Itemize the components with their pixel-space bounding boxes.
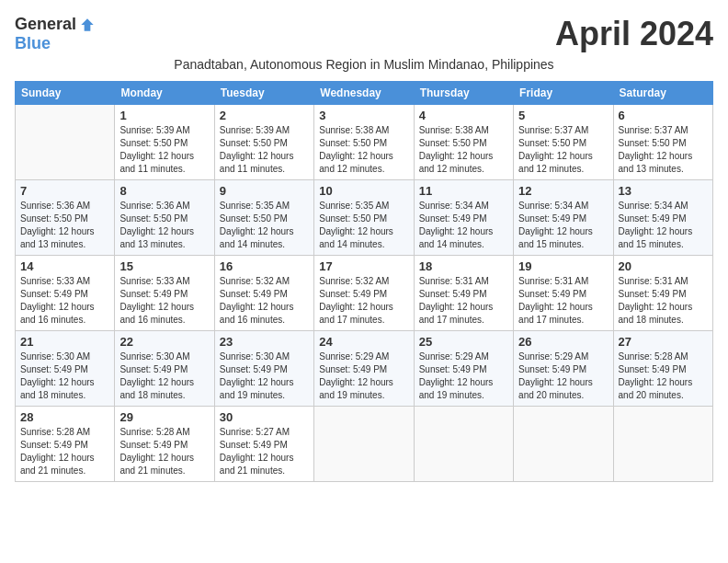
calendar-cell: 4Sunrise: 5:38 AMSunset: 5:50 PMDaylight…: [414, 105, 513, 180]
calendar-cell: 30Sunrise: 5:27 AMSunset: 5:49 PMDayligh…: [214, 407, 313, 482]
calendar-table: SundayMondayTuesdayWednesdayThursdayFrid…: [15, 81, 713, 482]
calendar-cell: 21Sunrise: 5:30 AMSunset: 5:49 PMDayligh…: [16, 331, 115, 407]
day-number: 12: [518, 184, 608, 198]
calendar-cell: 3Sunrise: 5:38 AMSunset: 5:50 PMDaylight…: [314, 105, 414, 180]
day-number: 11: [419, 184, 508, 198]
calendar-cell: 10Sunrise: 5:35 AMSunset: 5:50 PMDayligh…: [314, 180, 414, 256]
day-number: 23: [220, 335, 309, 349]
day-info: Sunrise: 5:38 AMSunset: 5:50 PMDaylight:…: [419, 124, 508, 176]
day-number: 6: [619, 109, 708, 122]
calendar-cell: 2Sunrise: 5:39 AMSunset: 5:50 PMDaylight…: [214, 105, 313, 180]
calendar-cell: [16, 105, 115, 180]
day-info: Sunrise: 5:39 AMSunset: 5:50 PMDaylight:…: [119, 124, 209, 176]
calendar-cell: 6Sunrise: 5:37 AMSunset: 5:50 PMDaylight…: [613, 105, 712, 180]
calendar-cell: [514, 407, 613, 482]
calendar-week-4: 21Sunrise: 5:30 AMSunset: 5:49 PMDayligh…: [16, 331, 713, 407]
day-info: Sunrise: 5:33 AMSunset: 5:49 PMDaylight:…: [119, 275, 209, 327]
calendar-week-2: 7Sunrise: 5:36 AMSunset: 5:50 PMDaylight…: [16, 180, 713, 256]
calendar-cell: 12Sunrise: 5:34 AMSunset: 5:49 PMDayligh…: [514, 180, 613, 256]
day-info: Sunrise: 5:30 AMSunset: 5:49 PMDaylight:…: [119, 350, 209, 402]
day-info: Sunrise: 5:34 AMSunset: 5:49 PMDaylight:…: [619, 200, 708, 251]
day-info: Sunrise: 5:34 AMSunset: 5:49 PMDaylight:…: [518, 200, 608, 251]
calendar-cell: 8Sunrise: 5:36 AMSunset: 5:50 PMDaylight…: [115, 180, 214, 256]
day-number: 9: [220, 184, 309, 198]
calendar-cell: 28Sunrise: 5:28 AMSunset: 5:49 PMDayligh…: [16, 407, 115, 482]
calendar-cell: [314, 407, 414, 482]
calendar-cell: 11Sunrise: 5:34 AMSunset: 5:49 PMDayligh…: [414, 180, 513, 256]
logo-general: General: [15, 15, 76, 34]
calendar-cell: 14Sunrise: 5:33 AMSunset: 5:49 PMDayligh…: [16, 256, 115, 331]
weekday-header-tuesday: Tuesday: [214, 82, 313, 105]
day-info: Sunrise: 5:36 AMSunset: 5:50 PMDaylight:…: [20, 200, 109, 251]
day-info: Sunrise: 5:33 AMSunset: 5:49 PMDaylight:…: [20, 275, 109, 327]
calendar-cell: 26Sunrise: 5:29 AMSunset: 5:49 PMDayligh…: [514, 331, 613, 407]
day-info: Sunrise: 5:38 AMSunset: 5:50 PMDaylight:…: [319, 124, 408, 176]
day-number: 24: [319, 335, 408, 349]
day-info: Sunrise: 5:31 AMSunset: 5:49 PMDaylight:…: [518, 275, 608, 327]
calendar-week-5: 28Sunrise: 5:28 AMSunset: 5:49 PMDayligh…: [16, 407, 713, 482]
calendar-cell: 23Sunrise: 5:30 AMSunset: 5:49 PMDayligh…: [214, 331, 313, 407]
calendar-cell: [613, 407, 712, 482]
day-number: 1: [119, 109, 209, 122]
day-info: Sunrise: 5:36 AMSunset: 5:50 PMDaylight:…: [119, 200, 209, 251]
day-number: 7: [20, 184, 109, 198]
day-number: 13: [619, 184, 708, 198]
day-info: Sunrise: 5:29 AMSunset: 5:49 PMDaylight:…: [419, 350, 508, 402]
day-number: 28: [20, 410, 109, 424]
day-info: Sunrise: 5:28 AMSunset: 5:49 PMDaylight:…: [619, 350, 708, 402]
day-info: Sunrise: 5:27 AMSunset: 5:49 PMDaylight:…: [220, 426, 309, 477]
logo-blue: Blue: [15, 34, 51, 53]
calendar-week-3: 14Sunrise: 5:33 AMSunset: 5:49 PMDayligh…: [16, 256, 713, 331]
calendar-cell: 22Sunrise: 5:30 AMSunset: 5:49 PMDayligh…: [115, 331, 214, 407]
calendar-cell: [414, 407, 513, 482]
day-number: 21: [20, 335, 109, 349]
day-info: Sunrise: 5:37 AMSunset: 5:50 PMDaylight:…: [518, 124, 608, 176]
weekday-header-thursday: Thursday: [414, 82, 513, 105]
weekday-header-wednesday: Wednesday: [314, 82, 414, 105]
day-info: Sunrise: 5:28 AMSunset: 5:49 PMDaylight:…: [20, 426, 109, 477]
page-header: General Blue April 2024: [15, 15, 713, 53]
calendar-cell: 19Sunrise: 5:31 AMSunset: 5:49 PMDayligh…: [514, 256, 613, 331]
calendar-cell: 25Sunrise: 5:29 AMSunset: 5:49 PMDayligh…: [414, 331, 513, 407]
day-info: Sunrise: 5:28 AMSunset: 5:49 PMDaylight:…: [119, 426, 209, 477]
calendar-cell: 9Sunrise: 5:35 AMSunset: 5:50 PMDaylight…: [214, 180, 313, 256]
day-info: Sunrise: 5:39 AMSunset: 5:50 PMDaylight:…: [220, 124, 309, 176]
day-info: Sunrise: 5:31 AMSunset: 5:49 PMDaylight:…: [619, 275, 708, 327]
day-number: 2: [220, 109, 309, 122]
calendar-cell: 27Sunrise: 5:28 AMSunset: 5:49 PMDayligh…: [613, 331, 712, 407]
day-info: Sunrise: 5:35 AMSunset: 5:50 PMDaylight:…: [220, 200, 309, 251]
weekday-header-saturday: Saturday: [613, 82, 712, 105]
calendar-cell: 13Sunrise: 5:34 AMSunset: 5:49 PMDayligh…: [613, 180, 712, 256]
calendar-cell: 18Sunrise: 5:31 AMSunset: 5:49 PMDayligh…: [414, 256, 513, 331]
day-number: 10: [319, 184, 408, 198]
weekday-header-sunday: Sunday: [16, 82, 115, 105]
day-info: Sunrise: 5:31 AMSunset: 5:49 PMDaylight:…: [419, 275, 508, 327]
day-number: 30: [220, 410, 309, 424]
day-info: Sunrise: 5:29 AMSunset: 5:49 PMDaylight:…: [319, 350, 408, 402]
day-info: Sunrise: 5:29 AMSunset: 5:49 PMDaylight:…: [518, 350, 608, 402]
day-number: 17: [319, 259, 408, 273]
calendar-week-1: 1Sunrise: 5:39 AMSunset: 5:50 PMDaylight…: [16, 105, 713, 180]
day-number: 27: [619, 335, 708, 349]
day-number: 19: [518, 259, 608, 273]
day-info: Sunrise: 5:37 AMSunset: 5:50 PMDaylight:…: [619, 124, 708, 176]
page-subtitle: Panadtaban, Autonomous Region in Muslim …: [15, 57, 713, 72]
day-number: 15: [119, 259, 209, 273]
day-number: 8: [119, 184, 209, 198]
day-number: 18: [419, 259, 508, 273]
calendar-cell: 24Sunrise: 5:29 AMSunset: 5:49 PMDayligh…: [314, 331, 414, 407]
day-info: Sunrise: 5:30 AMSunset: 5:49 PMDaylight:…: [220, 350, 309, 402]
calendar-cell: 15Sunrise: 5:33 AMSunset: 5:49 PMDayligh…: [115, 256, 214, 331]
day-number: 26: [518, 335, 608, 349]
day-info: Sunrise: 5:35 AMSunset: 5:50 PMDaylight:…: [319, 200, 408, 251]
day-number: 29: [119, 410, 209, 424]
day-number: 4: [419, 109, 508, 122]
calendar-cell: 17Sunrise: 5:32 AMSunset: 5:49 PMDayligh…: [314, 256, 414, 331]
day-info: Sunrise: 5:34 AMSunset: 5:49 PMDaylight:…: [419, 200, 508, 251]
svg-marker-0: [81, 18, 93, 30]
day-number: 16: [220, 259, 309, 273]
calendar-cell: 5Sunrise: 5:37 AMSunset: 5:50 PMDaylight…: [514, 105, 613, 180]
day-number: 5: [518, 109, 608, 122]
day-number: 3: [319, 109, 408, 122]
logo-icon: [78, 16, 97, 34]
